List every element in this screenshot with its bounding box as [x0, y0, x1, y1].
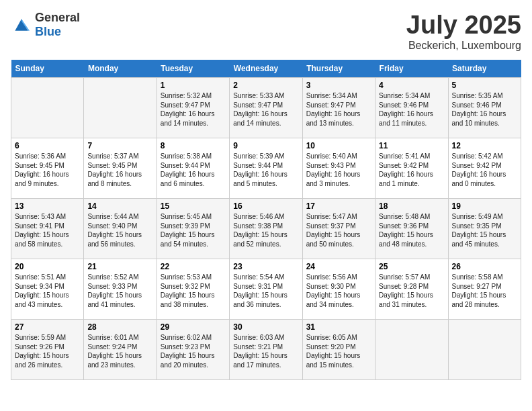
day-info: Sunrise: 5:57 AM Sunset: 9:28 PM Dayligh… [379, 273, 444, 309]
day-number: 25 [379, 262, 444, 271]
day-number: 11 [379, 141, 444, 150]
day-number: 20 [15, 262, 80, 271]
calendar-cell: 11Sunrise: 5:41 AM Sunset: 9:42 PM Dayli… [375, 138, 448, 199]
day-number: 19 [452, 201, 517, 211]
calendar-cell: 15Sunrise: 5:45 AM Sunset: 9:39 PM Dayli… [157, 199, 229, 259]
day-info: Sunrise: 6:03 AM Sunset: 9:21 PM Dayligh… [233, 333, 298, 369]
week-row-4: 20Sunrise: 5:51 AM Sunset: 9:34 PM Dayli… [11, 259, 521, 320]
day-number: 17 [306, 201, 371, 211]
logo: General Blue [11, 11, 80, 39]
day-info: Sunrise: 6:01 AM Sunset: 9:24 PM Dayligh… [87, 333, 152, 369]
day-info: Sunrise: 5:36 AM Sunset: 9:45 PM Dayligh… [15, 152, 80, 188]
calendar-header-row: SundayMondayTuesdayWednesdayThursdayFrid… [11, 60, 521, 78]
day-number: 30 [233, 322, 298, 332]
day-header-monday: Monday [84, 60, 157, 78]
day-info: Sunrise: 5:47 AM Sunset: 9:37 PM Dayligh… [306, 212, 371, 248]
calendar-cell: 4Sunrise: 5:34 AM Sunset: 9:46 PM Daylig… [375, 78, 448, 138]
page-header: General Blue July 2025 Beckerich, Luxemb… [11, 11, 521, 52]
day-info: Sunrise: 5:34 AM Sunset: 9:46 PM Dayligh… [379, 91, 444, 128]
day-info: Sunrise: 5:56 AM Sunset: 9:30 PM Dayligh… [306, 273, 371, 309]
day-header-thursday: Thursday [302, 60, 375, 78]
day-info: Sunrise: 5:38 AM Sunset: 9:44 PM Dayligh… [161, 152, 226, 188]
day-number: 18 [379, 201, 444, 211]
day-number: 31 [306, 322, 371, 332]
day-info: Sunrise: 5:40 AM Sunset: 9:43 PM Dayligh… [306, 152, 371, 188]
week-row-3: 13Sunrise: 5:43 AM Sunset: 9:41 PM Dayli… [11, 199, 521, 259]
day-header-sunday: Sunday [11, 60, 84, 78]
day-number: 23 [233, 262, 298, 271]
day-number: 21 [87, 262, 152, 271]
day-number: 5 [452, 81, 517, 90]
calendar-cell: 20Sunrise: 5:51 AM Sunset: 9:34 PM Dayli… [11, 259, 84, 320]
day-info: Sunrise: 5:33 AM Sunset: 9:47 PM Dayligh… [233, 91, 298, 128]
day-number: 12 [452, 141, 517, 150]
day-info: Sunrise: 5:42 AM Sunset: 9:42 PM Dayligh… [452, 152, 517, 188]
calendar-cell: 6Sunrise: 5:36 AM Sunset: 9:45 PM Daylig… [11, 138, 84, 199]
day-number: 1 [161, 81, 226, 90]
calendar-cell [84, 78, 157, 138]
day-number: 6 [15, 141, 80, 150]
day-header-tuesday: Tuesday [157, 60, 229, 78]
week-row-1: 1Sunrise: 5:32 AM Sunset: 9:47 PM Daylig… [11, 78, 521, 138]
day-number: 2 [233, 81, 298, 90]
calendar-cell: 27Sunrise: 5:59 AM Sunset: 9:26 PM Dayli… [11, 320, 84, 380]
calendar-cell: 1Sunrise: 5:32 AM Sunset: 9:47 PM Daylig… [157, 78, 229, 138]
calendar-cell: 22Sunrise: 5:53 AM Sunset: 9:32 PM Dayli… [157, 259, 229, 320]
calendar-cell: 14Sunrise: 5:44 AM Sunset: 9:40 PM Dayli… [84, 199, 157, 259]
day-number: 8 [161, 141, 226, 150]
calendar-cell: 26Sunrise: 5:58 AM Sunset: 9:27 PM Dayli… [448, 259, 521, 320]
day-info: Sunrise: 6:05 AM Sunset: 9:20 PM Dayligh… [306, 333, 371, 369]
day-info: Sunrise: 5:52 AM Sunset: 9:33 PM Dayligh… [87, 273, 152, 309]
logo-general: General [35, 11, 80, 24]
calendar-cell: 13Sunrise: 5:43 AM Sunset: 9:41 PM Dayli… [11, 199, 84, 259]
day-info: Sunrise: 5:53 AM Sunset: 9:32 PM Dayligh… [161, 273, 226, 309]
day-number: 14 [87, 201, 152, 211]
day-info: Sunrise: 5:35 AM Sunset: 9:46 PM Dayligh… [452, 91, 517, 128]
calendar-cell: 31Sunrise: 6:05 AM Sunset: 9:20 PM Dayli… [302, 320, 375, 380]
calendar-cell: 19Sunrise: 5:49 AM Sunset: 9:35 PM Dayli… [448, 199, 521, 259]
calendar-cell [375, 320, 448, 380]
calendar-cell [448, 320, 521, 380]
day-info: Sunrise: 6:02 AM Sunset: 9:23 PM Dayligh… [161, 333, 226, 369]
calendar-cell: 24Sunrise: 5:56 AM Sunset: 9:30 PM Dayli… [302, 259, 375, 320]
calendar-cell: 18Sunrise: 5:48 AM Sunset: 9:36 PM Dayli… [375, 199, 448, 259]
day-number: 10 [306, 141, 371, 150]
calendar-cell: 16Sunrise: 5:46 AM Sunset: 9:38 PM Dayli… [230, 199, 302, 259]
day-number: 29 [161, 322, 226, 332]
calendar-cell: 7Sunrise: 5:37 AM Sunset: 9:45 PM Daylig… [84, 138, 157, 199]
day-number: 26 [452, 262, 517, 271]
week-row-2: 6Sunrise: 5:36 AM Sunset: 9:45 PM Daylig… [11, 138, 521, 199]
day-info: Sunrise: 5:39 AM Sunset: 9:44 PM Dayligh… [233, 152, 298, 188]
day-info: Sunrise: 5:32 AM Sunset: 9:47 PM Dayligh… [161, 91, 226, 128]
calendar-cell: 5Sunrise: 5:35 AM Sunset: 9:46 PM Daylig… [448, 78, 521, 138]
day-number: 28 [87, 322, 152, 332]
calendar-cell: 2Sunrise: 5:33 AM Sunset: 9:47 PM Daylig… [230, 78, 302, 138]
day-info: Sunrise: 5:44 AM Sunset: 9:40 PM Dayligh… [87, 212, 152, 248]
day-info: Sunrise: 5:43 AM Sunset: 9:41 PM Dayligh… [15, 212, 80, 248]
day-number: 24 [306, 262, 371, 271]
calendar-cell: 23Sunrise: 5:54 AM Sunset: 9:31 PM Dayli… [230, 259, 302, 320]
day-info: Sunrise: 5:59 AM Sunset: 9:26 PM Dayligh… [15, 333, 80, 369]
day-number: 15 [161, 201, 226, 211]
calendar-cell: 21Sunrise: 5:52 AM Sunset: 9:33 PM Dayli… [84, 259, 157, 320]
title-block: July 2025 Beckerich, Luxembourg [406, 11, 521, 52]
day-info: Sunrise: 5:48 AM Sunset: 9:36 PM Dayligh… [379, 212, 444, 248]
calendar-cell: 25Sunrise: 5:57 AM Sunset: 9:28 PM Dayli… [375, 259, 448, 320]
logo-blue: Blue [35, 25, 61, 38]
calendar-cell: 17Sunrise: 5:47 AM Sunset: 9:37 PM Dayli… [302, 199, 375, 259]
day-info: Sunrise: 5:34 AM Sunset: 9:47 PM Dayligh… [306, 91, 371, 128]
day-number: 4 [379, 81, 444, 90]
calendar-cell: 28Sunrise: 6:01 AM Sunset: 9:24 PM Dayli… [84, 320, 157, 380]
day-number: 27 [15, 322, 80, 332]
day-number: 3 [306, 81, 371, 90]
day-info: Sunrise: 5:46 AM Sunset: 9:38 PM Dayligh… [233, 212, 298, 248]
day-number: 9 [233, 141, 298, 150]
day-info: Sunrise: 5:51 AM Sunset: 9:34 PM Dayligh… [15, 273, 80, 309]
calendar-cell: 9Sunrise: 5:39 AM Sunset: 9:44 PM Daylig… [230, 138, 302, 199]
calendar-cell: 10Sunrise: 5:40 AM Sunset: 9:43 PM Dayli… [302, 138, 375, 199]
day-info: Sunrise: 5:45 AM Sunset: 9:39 PM Dayligh… [161, 212, 226, 248]
logo-icon [11, 15, 32, 34]
day-number: 16 [233, 201, 298, 211]
day-info: Sunrise: 5:54 AM Sunset: 9:31 PM Dayligh… [233, 273, 298, 309]
calendar-cell: 12Sunrise: 5:42 AM Sunset: 9:42 PM Dayli… [448, 138, 521, 199]
